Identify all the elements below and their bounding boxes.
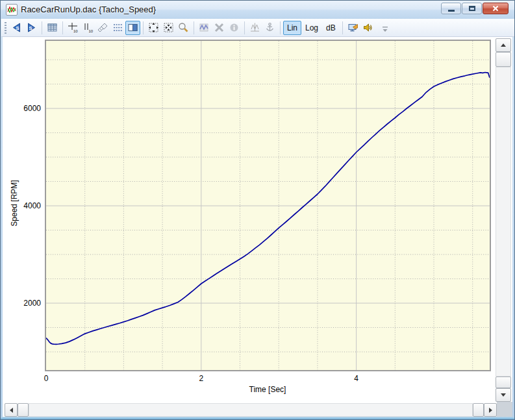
zoom-selection-button[interactable] bbox=[161, 21, 176, 35]
toolbar: S S 10 bbox=[1, 19, 515, 37]
dashed-lines-button[interactable] bbox=[110, 21, 125, 35]
scrollbar-corner bbox=[497, 402, 512, 417]
x-tick-label: 4 bbox=[354, 374, 358, 383]
toolbar-overflow-button[interactable] bbox=[378, 23, 393, 37]
horizontal-range-handle-right[interactable] bbox=[473, 403, 484, 417]
toolbar-separator bbox=[143, 21, 144, 34]
maximize-icon bbox=[469, 6, 475, 11]
app-window: RaceCarRunUp.dac {Tacho_Speed} S S bbox=[0, 0, 515, 420]
window-title: RaceCarRunUp.dac {Tacho_Speed} bbox=[21, 1, 156, 19]
arrow-left-icon bbox=[10, 408, 13, 413]
anchor-icon bbox=[264, 22, 275, 33]
split-view-icon bbox=[127, 22, 138, 33]
toolbar-separator bbox=[280, 21, 281, 34]
maximize-button[interactable] bbox=[462, 3, 482, 14]
dashed-lines-icon bbox=[112, 22, 123, 33]
lin-scale-button[interactable]: Lin bbox=[283, 21, 301, 35]
zoom-fit-icon bbox=[148, 22, 159, 33]
crosshair-cursor-button[interactable]: 10 bbox=[66, 21, 81, 35]
vertical-scrollbar[interactable] bbox=[496, 38, 511, 402]
toolbar-separator bbox=[244, 21, 245, 34]
horizontal-scroll-track[interactable] bbox=[29, 403, 473, 417]
toolbar-separator bbox=[42, 21, 42, 34]
previous-record-button[interactable]: S bbox=[9, 21, 24, 35]
toolbar-separator bbox=[62, 21, 63, 34]
toolbar-overflow-icon bbox=[381, 26, 389, 34]
zoom-fit-button[interactable] bbox=[146, 21, 161, 35]
x-axis-title: Time [Sec] bbox=[222, 385, 313, 394]
toolbar-separator bbox=[194, 21, 194, 34]
horizontal-scrollbar[interactable] bbox=[5, 403, 497, 417]
arrow-right-icon bbox=[489, 408, 492, 413]
wave-function-icon bbox=[199, 22, 210, 33]
vertical-cursors-button[interactable]: 10 bbox=[81, 21, 95, 35]
minimize-button[interactable] bbox=[441, 3, 461, 14]
info-icon bbox=[229, 22, 240, 33]
previous-record-icon: S bbox=[11, 22, 22, 33]
vertical-range-handle-top[interactable] bbox=[496, 52, 511, 67]
delete-function-icon bbox=[214, 22, 225, 33]
cascade-layers-button[interactable] bbox=[95, 21, 110, 35]
marker-icon bbox=[249, 22, 260, 33]
vertical-range-handle-bottom[interactable] bbox=[496, 377, 511, 388]
y-tick-label: 4000 bbox=[5, 201, 41, 210]
marker-button[interactable] bbox=[247, 21, 262, 35]
info-button[interactable] bbox=[227, 21, 242, 35]
wave-function-button[interactable] bbox=[197, 21, 212, 35]
log-scale-button[interactable]: Log bbox=[301, 21, 322, 35]
toolbar-separator bbox=[342, 21, 343, 34]
y-tick-label: 2000 bbox=[5, 299, 41, 308]
x-tick-label: 0 bbox=[44, 374, 49, 383]
window-bottom-frame bbox=[1, 417, 514, 420]
close-icon bbox=[492, 5, 499, 12]
split-view-button[interactable] bbox=[125, 21, 140, 35]
data-grid-icon bbox=[47, 22, 58, 33]
arrow-up-icon bbox=[501, 43, 506, 47]
toolbar-grip[interactable] bbox=[5, 22, 6, 34]
scroll-right-button[interactable] bbox=[484, 403, 497, 417]
y-tick-label: 6000 bbox=[5, 104, 41, 113]
vertical-cursors-icon: 10 bbox=[82, 22, 94, 33]
scroll-up-button[interactable] bbox=[496, 38, 511, 52]
scroll-down-button[interactable] bbox=[496, 388, 511, 402]
svg-text:10: 10 bbox=[73, 29, 78, 33]
anchor-button[interactable] bbox=[262, 21, 277, 35]
horizontal-range-handle-left[interactable] bbox=[18, 403, 29, 417]
crosshair-cursor-icon: 10 bbox=[68, 22, 79, 33]
next-record-button[interactable]: S bbox=[24, 21, 39, 35]
app-icon bbox=[6, 4, 18, 16]
plot-area[interactable] bbox=[45, 40, 491, 371]
send-to-window-icon bbox=[347, 22, 358, 33]
send-to-window-button[interactable] bbox=[345, 21, 360, 35]
minimize-icon bbox=[448, 10, 455, 12]
magnifier-icon bbox=[178, 22, 189, 33]
scroll-left-button[interactable] bbox=[5, 403, 18, 417]
x-tick-label: 2 bbox=[199, 374, 203, 383]
delete-function-button[interactable] bbox=[212, 21, 227, 35]
next-record-icon: S bbox=[26, 22, 37, 33]
data-grid-button[interactable] bbox=[45, 21, 60, 35]
speaker-button[interactable] bbox=[360, 21, 375, 35]
zoom-selection-icon bbox=[163, 22, 174, 33]
svg-text:S: S bbox=[16, 25, 19, 31]
close-button[interactable] bbox=[483, 3, 509, 14]
db-scale-button[interactable]: dB bbox=[322, 21, 340, 35]
svg-text:10: 10 bbox=[89, 29, 94, 33]
arrow-down-icon bbox=[501, 393, 506, 397]
magnifier-button[interactable] bbox=[176, 21, 191, 35]
speaker-icon bbox=[362, 22, 373, 33]
cascade-layers-icon bbox=[97, 22, 108, 33]
vertical-scroll-track[interactable] bbox=[496, 67, 511, 377]
title-bar[interactable]: RaceCarRunUp.dac {Tacho_Speed} bbox=[1, 1, 514, 19]
svg-text:S: S bbox=[29, 25, 32, 31]
speed-curve-chart bbox=[46, 41, 490, 370]
